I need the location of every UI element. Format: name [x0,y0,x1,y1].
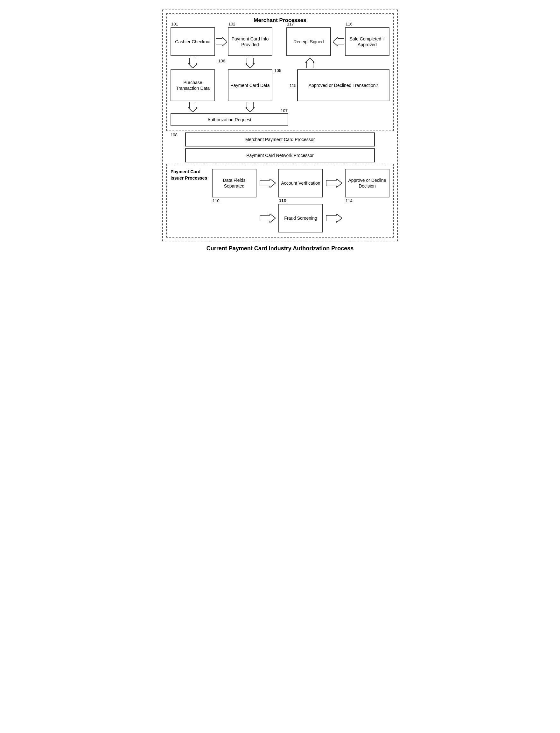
approve-decline-box: Approve or Decline Decision [345,169,389,197]
arrow-up-right [305,58,314,68]
network-processor-lane: Payment Card Network Processor [185,148,375,162]
svg-marker-6 [246,102,255,112]
ref-106: 106 [218,59,225,63]
auth-request-box: 107 Authorization Request [171,113,288,126]
ref-113: 113 [279,198,286,203]
arrow-right-1 [216,37,227,46]
ref-117: 117 [287,22,294,26]
issuer-section: Payment Card Issuer Processes 110 [166,164,394,237]
arrow-to-fraud-screening [260,214,276,222]
ref-116: 116 [346,22,353,26]
data-fields-box: Data Fields Separated [212,169,256,197]
merchant-processor-lane: Merchant Payment Card Processor [185,132,375,146]
svg-marker-0 [216,37,227,46]
fraud-screening-box: Fraud Screening [278,204,323,232]
payment-card-data-box: Payment Card Data [228,69,272,101]
svg-marker-9 [260,214,276,222]
svg-marker-7 [260,179,276,187]
arrow-down-4 [246,102,255,112]
issuer-label: Payment Card Issuer Processes [171,169,209,181]
ref-110: 110 [213,198,220,203]
svg-marker-10 [326,214,342,222]
arrow-down-3 [188,102,197,112]
ref-115: 115 [290,83,297,88]
arrow-fraud-to-approve [326,214,342,222]
svg-marker-3 [246,58,255,68]
sale-completed-box: Sale Completed if Approved [345,27,389,56]
account-verification-box: Account Verification [278,169,323,197]
purchase-transaction-box: Purchase Transaction Data [171,69,215,101]
ref-102: 102 [228,22,235,26]
ref-105: 105 [274,68,281,73]
arrow-down-2 [246,58,255,68]
page-container: Merchant Processes 101 Cashier Checkout [159,6,401,255]
merchant-title: Merchant Processes [171,17,389,24]
payment-card-info-box: Payment Card Info Provided [228,27,272,56]
arrow-to-approve-decline [326,179,342,187]
cashier-checkout-box: Cashier Checkout [171,27,215,56]
diagram-title: Current Payment Card Industry Authorizat… [162,245,398,252]
full-diagram: Merchant Processes 101 Cashier Checkout [159,6,401,255]
merchant-section: Merchant Processes 101 Cashier Checkout [166,13,394,131]
ref-114: 114 [346,198,353,203]
svg-marker-4 [305,58,314,68]
approved-declined-box: Approved or Declined Transaction? [297,69,389,101]
svg-marker-8 [326,179,342,187]
svg-marker-5 [188,102,197,112]
ref-107: 107 [281,108,288,113]
ref-108: 108 [171,132,178,137]
svg-marker-1 [333,37,344,46]
arrow-down-1 [188,58,197,68]
arrow-left-1 [333,37,344,46]
receipt-signed-box: Receipt Signed [286,27,331,56]
svg-marker-2 [188,58,197,68]
ref-101: 101 [171,22,178,26]
arrow-to-account-verify [260,179,276,187]
